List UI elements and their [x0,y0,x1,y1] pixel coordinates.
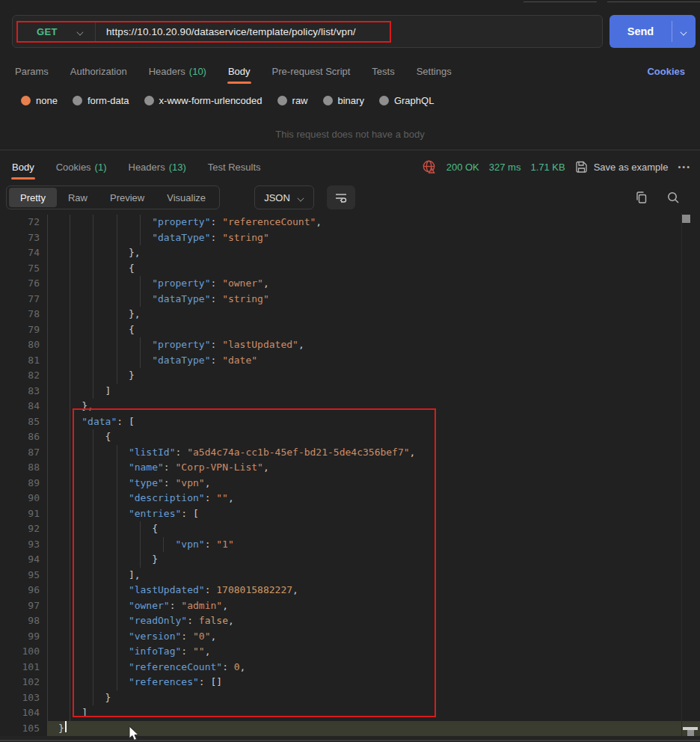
token-punctuation: : [210,215,222,230]
line-number: 104 [0,705,40,721]
token-punctuation: : [210,230,222,246]
code-line: 80"property": "lastUpdated", [0,337,700,353]
indent-guide [152,537,175,553]
indent-guide [58,629,82,645]
indent-guide [105,460,129,476]
view-tab-raw[interactable]: Raw [57,188,99,207]
indent-guide [105,445,129,461]
response-tab-body[interactable]: Body [12,154,34,180]
token-punctuation: , [210,629,216,645]
tab-label: Authorization [70,66,127,77]
line-number: 80 [0,337,40,353]
response-tab-test-results[interactable]: Test Results [208,154,261,180]
scrollbar-thumb[interactable] [682,215,690,223]
more-options-icon[interactable]: ••• [678,162,691,171]
token-key: "name" [129,460,164,476]
code-line-content: "dataType": "string" [47,292,700,307]
token-key: "infoTag" [129,644,181,660]
radio-label: binary [338,95,364,106]
radio-icon [379,96,389,105]
response-tab-headers[interactable]: Headers(13) [129,154,186,180]
line-number: 91 [0,506,40,522]
response-size[interactable]: 1.71 KB [530,162,565,173]
cookies-link[interactable]: Cookies [647,58,685,84]
indent-guide [82,506,105,522]
body-type-form-data[interactable]: form-data [73,95,129,106]
horizontal-scrollbar[interactable] [0,736,700,742]
response-view-tabs: PrettyRawPreviewVisualize [6,186,220,209]
body-type-none[interactable]: none [21,95,58,106]
url-input[interactable]: https://10.10.20.90/dataservice/template… [106,26,356,37]
indent-guide [58,568,82,583]
request-tab-settings[interactable]: Settings [417,58,452,84]
save-icon [575,161,588,174]
request-tab-body[interactable]: Body [228,58,251,84]
indent-guide [105,245,129,261]
copy-icon[interactable] [635,191,648,204]
indent-guide [82,445,105,461]
token-string: "owner" [222,276,263,292]
body-type-x-www-form-urlencoded[interactable]: x-www-form-urlencoded [144,95,262,106]
code-line: 91"entries": [ [0,506,700,522]
token-key: "references" [129,675,199,690]
format-dropdown[interactable]: JSON [254,186,314,209]
status-badge[interactable]: 200 OK [446,162,479,173]
token-key: "property" [152,337,210,353]
token-punctuation: , [228,613,234,629]
indent-guide [82,322,105,338]
code-line-content: "name": "Corp-VPN-List", [47,460,700,476]
request-tab-headers[interactable]: Headers(10) [149,58,206,84]
token-punctuation: } [129,368,135,384]
format-label: JSON [264,192,290,203]
request-tab-tests[interactable]: Tests [372,58,394,84]
line-number: 101 [0,660,40,675]
indent-guide [58,552,82,568]
token-punctuation: : [205,491,217,506]
code-line-content: "version": "0", [47,629,700,645]
tab-label: Cookies [56,162,91,173]
send-button[interactable]: Send [610,15,696,48]
save-as-example-button[interactable]: Save as example [575,161,669,174]
code-line-content: }, [47,245,700,261]
indent-guide [58,491,82,506]
code-line-content: { [47,521,700,537]
send-button-label: Send [610,15,672,48]
body-type-binary[interactable]: binary [323,95,364,106]
indent-guide [82,460,105,476]
request-tab-params[interactable]: Params [15,58,49,84]
response-tab-cookies[interactable]: Cookies(1) [56,154,107,180]
wrap-text-button[interactable] [327,186,355,209]
token-string: "referenceCount" [222,215,316,230]
body-type-graphql[interactable]: GraphQL [379,95,434,106]
token-punctuation: : [ [181,506,198,522]
code-line: 83] [0,384,700,399]
method-dropdown[interactable]: GET [13,26,95,37]
indent-guide [82,368,105,384]
indent-guide [105,276,129,292]
code-line-content: }, [47,307,700,322]
code-line-content: } [47,721,700,737]
code-line: 75{ [0,261,700,277]
view-tab-pretty[interactable]: Pretty [9,188,57,207]
token-string: "date" [222,353,257,369]
response-time[interactable]: 327 ms [489,162,521,173]
request-tab-authorization[interactable]: Authorization [70,58,127,84]
response-body-json[interactable]: 72"property": "referenceCount",73"dataTy… [0,215,700,736]
view-tab-preview[interactable]: Preview [99,188,156,207]
indent-guide [58,537,82,553]
token-string: "1" [216,537,233,553]
search-icon[interactable] [666,191,680,204]
indent-guide [105,292,129,307]
empty-body-message: This request does not have a body [0,129,700,140]
line-number: 96 [0,583,40,598]
request-tab-pre-request-script[interactable]: Pre-request Script [272,58,351,84]
top-cutoff-button-left [524,0,597,2]
line-number: 100 [0,644,40,660]
indent-guide [58,261,82,277]
send-options-caret[interactable] [672,15,696,48]
view-tab-visualize[interactable]: Visualize [156,188,217,207]
code-line: 102"references": [] [0,675,700,690]
body-type-raw[interactable]: raw [277,95,308,106]
code-line: 100"infoTag": "", [0,644,700,660]
indent-guide [82,583,105,598]
